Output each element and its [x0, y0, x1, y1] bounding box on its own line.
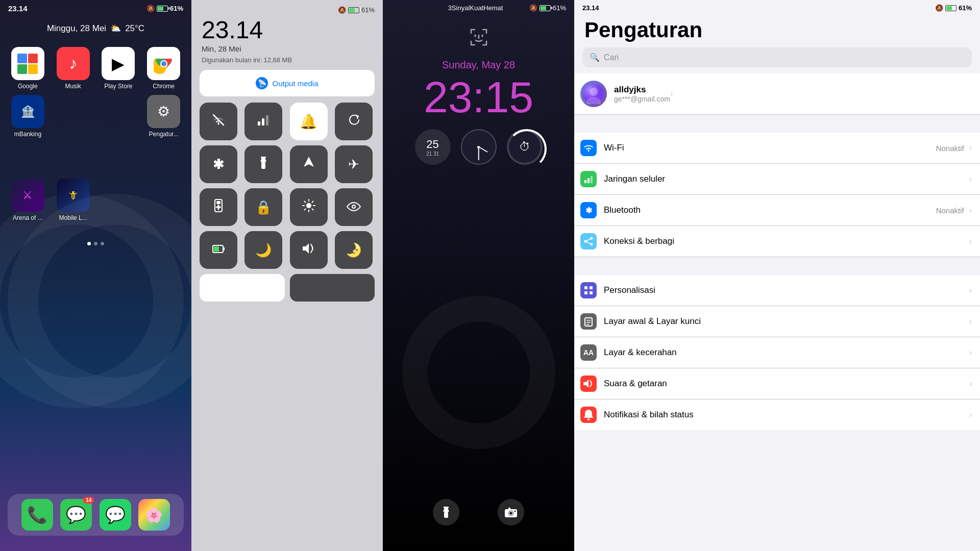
cc-eye-btn[interactable] [335, 188, 373, 226]
cc-battery-btn[interactable] [200, 231, 237, 269]
display-chevron: › [969, 348, 972, 357]
display-setting-icon: AA [580, 344, 597, 361]
settings-icon[interactable]: ⚙ [147, 95, 180, 128]
settings-item-notifications[interactable]: Notifikasi & bilah status › [574, 399, 980, 430]
settings-item-cellular[interactable]: Jaringan seluler › [574, 164, 980, 195]
cc-notification-icon: 🔔 [300, 113, 317, 130]
cc-rotate-btn[interactable] [335, 103, 373, 140]
settings-item-display[interactable]: AA Layar & kecerahan › [574, 337, 980, 368]
wifi-item-right: Nonaktif › [936, 143, 972, 153]
bluetooth-label: Bluetooth [604, 205, 641, 215]
settings-search-bar[interactable]: 🔍 Cari [582, 47, 972, 67]
dock-photos[interactable]: 🌸 [138, 499, 170, 531]
wifi-setting-icon [580, 140, 597, 156]
settings-battery: 61% [959, 4, 972, 12]
cellular-item-right: › [969, 174, 972, 184]
mobile-legends-icon[interactable]: 🗡 [57, 179, 90, 212]
app-arena[interactable]: ⚔ Arena of ... [10, 179, 45, 221]
cc-media-bar[interactable]: 📡 Output media [200, 70, 375, 96]
mobile-legend-symbol: 🗡 [67, 189, 79, 202]
app-grid-row2: 🏦 mBanking ⚙ Pengatur... [0, 90, 191, 143]
cc-night-btn[interactable]: 🌙 [244, 231, 282, 269]
settings-profile-row[interactable]: alldyjks ge***@gmail.com › [574, 73, 980, 115]
sharing-item-content: Koneksi & berbagi [604, 236, 969, 246]
cc-notification-btn[interactable]: 🔔 [290, 103, 328, 140]
svg-rect-30 [214, 246, 219, 252]
lock-flashlight-btn[interactable] [433, 499, 459, 525]
svg-rect-56 [586, 320, 591, 321]
cc-bluetooth-btn[interactable]: ✱ [200, 145, 237, 183]
cc-sound-btn[interactable] [290, 231, 328, 269]
settings-symbol: ⚙ [157, 103, 170, 120]
lock-camera-btn[interactable] [498, 499, 524, 525]
cc-airplane-btn[interactable]: ✈ [335, 145, 373, 183]
cc-screen-lock-btn[interactable]: 🔒 [244, 188, 282, 226]
home-status-right: 🔕 61% [146, 5, 183, 12]
settings-item-sharing[interactable]: Koneksi & berbagi › [574, 226, 980, 257]
sound-item-content: Suara & getaran [604, 379, 969, 389]
settings-item-personalization[interactable]: Personalisasi › [574, 275, 980, 306]
svg-rect-53 [584, 291, 587, 294]
sharing-label: Koneksi & berbagi [604, 236, 674, 246]
settings-item-wifi[interactable]: Wi-Fi Nonaktif › [574, 133, 980, 164]
app-google[interactable]: Google [10, 47, 45, 90]
date-weather-widget: Minggu, 28 Mei ⛅ 25°C [0, 13, 191, 42]
profile-name: alldyjks [614, 85, 670, 95]
homescreen-label: Layar awal & Layar kunci [604, 316, 701, 326]
cc-brightness-icon [302, 198, 316, 216]
cc-remote-btn[interactable] [200, 188, 237, 226]
dock-messages[interactable]: 💬 14 [60, 499, 92, 531]
dock-phone[interactable]: 📞 [21, 499, 53, 531]
cc-wifi-btn[interactable] [200, 103, 237, 140]
cc-flashlight-btn[interactable] [244, 145, 282, 183]
svg-rect-7 [266, 115, 268, 126]
lock-battery: 61% [553, 4, 566, 12]
svg-line-25 [312, 201, 313, 202]
settings-item-homescreen[interactable]: Layar awal & Layar kunci › [574, 306, 980, 337]
cc-location-btn[interactable] [290, 145, 328, 183]
lock-bottom-icons [383, 499, 574, 525]
cc-wifi-icon [211, 113, 226, 130]
settings-item-bluetooth[interactable]: ✱ Bluetooth Nonaktif › [574, 195, 980, 226]
app-mobile-legends[interactable]: 🗡 Mobile L... [56, 179, 91, 221]
wifi-value: Nonaktif [936, 144, 964, 153]
cc-brightness-btn[interactable] [290, 188, 328, 226]
arena-icon[interactable]: ⚔ [11, 179, 44, 212]
playstore-icon[interactable]: ▶ [102, 47, 135, 80]
lock-status-bar: 3SinyalKuatHemat 🔕 61% [383, 0, 574, 12]
google-icon[interactable] [11, 47, 44, 80]
google-label: Google [18, 83, 38, 90]
app-mbanking[interactable]: 🏦 mBanking [10, 95, 45, 138]
app-settings[interactable]: ⚙ Pengatur... [146, 95, 181, 138]
svg-rect-52 [590, 286, 593, 289]
chrome-label: Chrome [153, 83, 175, 90]
dock-whatsapp[interactable]: 💬 [100, 499, 131, 531]
homescreen-item-right: › [969, 317, 972, 326]
cc-slider-dark[interactable] [290, 274, 375, 302]
settings-item-sound[interactable]: Suara & getaran › [574, 368, 980, 399]
svg-marker-9 [260, 158, 266, 162]
mbanking-icon[interactable]: 🏦 [11, 95, 44, 128]
home-battery-pct: 61% [170, 5, 183, 12]
cc-nightmode2-btn[interactable]: 🌛 [335, 231, 373, 269]
search-placeholder: Cari [604, 53, 619, 62]
cc-grid: 🔔 ✱ [191, 103, 383, 269]
musik-icon[interactable]: ♪ [57, 47, 90, 80]
chrome-icon[interactable] [147, 47, 180, 80]
app-playstore[interactable]: ▶ Play Store [101, 47, 136, 90]
cc-cellular-btn[interactable] [244, 103, 282, 140]
page-dot-2 [94, 242, 97, 245]
cc-slider-white[interactable] [200, 274, 285, 302]
display-item-right: › [969, 348, 972, 357]
display-item-content: Layar & kecerahan [604, 347, 969, 358]
svg-point-39 [514, 511, 516, 512]
app-chrome[interactable]: Chrome [146, 47, 181, 90]
app-musik[interactable]: ♪ Musik [56, 47, 91, 90]
weather-icon: ⛅ [110, 23, 121, 34]
cc-date: Min, 28 Mei [191, 42, 383, 55]
cc-bottom-sliders [200, 274, 375, 302]
svg-point-28 [353, 206, 355, 208]
svg-rect-43 [584, 180, 586, 183]
bluetooth-value: Nonaktif [936, 206, 964, 215]
cc-airplane-icon: ✈ [348, 157, 359, 172]
